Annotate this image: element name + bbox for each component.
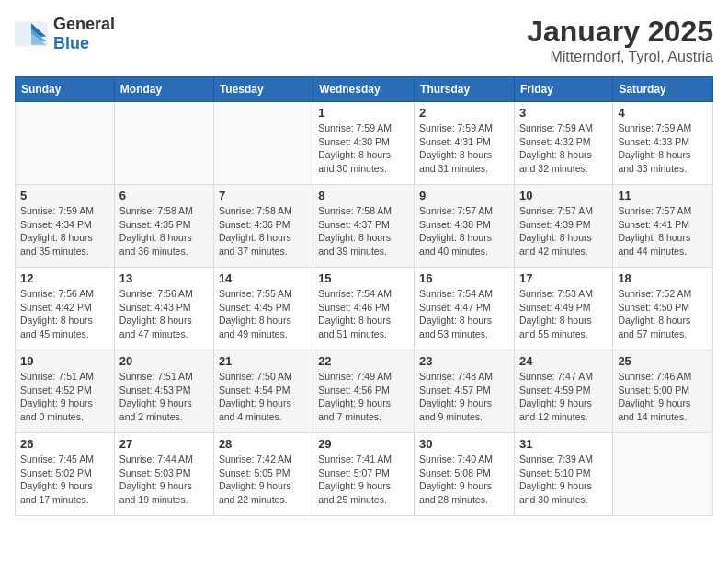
- day-info: Sunrise: 7:41 AM Sunset: 5:07 PM Dayligh…: [318, 453, 409, 507]
- calendar-cell-w1-d5: 2Sunrise: 7:59 AM Sunset: 4:31 PM Daylig…: [415, 102, 515, 185]
- day-number: 21: [219, 354, 308, 368]
- logo-text: General Blue: [53, 15, 115, 53]
- day-info: Sunrise: 7:56 AM Sunset: 4:42 PM Dayligh…: [20, 287, 109, 341]
- weekday-header-saturday: Saturday: [613, 77, 713, 102]
- week-row-1: 1Sunrise: 7:59 AM Sunset: 4:30 PM Daylig…: [16, 102, 713, 185]
- day-number: 16: [419, 271, 509, 285]
- calendar-cell-w4-d2: 20Sunrise: 7:51 AM Sunset: 4:53 PM Dayli…: [114, 350, 213, 433]
- day-number: 24: [519, 354, 608, 368]
- calendar-cell-w5-d7: [613, 433, 713, 516]
- day-number: 28: [219, 437, 308, 451]
- calendar-cell-w4-d3: 21Sunrise: 7:50 AM Sunset: 4:54 PM Dayli…: [213, 350, 313, 433]
- day-number: 30: [419, 437, 509, 451]
- day-info: Sunrise: 7:56 AM Sunset: 4:43 PM Dayligh…: [119, 287, 209, 341]
- weekday-header-wednesday: Wednesday: [313, 77, 415, 102]
- calendar-cell-w1-d2: [114, 102, 213, 185]
- calendar-cell-w2-d6: 10Sunrise: 7:57 AM Sunset: 4:39 PM Dayli…: [514, 185, 612, 268]
- calendar-cell-w4-d7: 25Sunrise: 7:46 AM Sunset: 5:00 PM Dayli…: [613, 350, 713, 433]
- calendar-cell-w1-d7: 4Sunrise: 7:59 AM Sunset: 4:33 PM Daylig…: [613, 102, 713, 185]
- day-number: 27: [119, 437, 209, 451]
- day-number: 26: [20, 437, 109, 451]
- day-info: Sunrise: 7:39 AM Sunset: 5:10 PM Dayligh…: [519, 453, 608, 507]
- day-info: Sunrise: 7:54 AM Sunset: 4:46 PM Dayligh…: [318, 287, 409, 341]
- day-number: 18: [618, 271, 708, 285]
- day-number: 12: [20, 271, 109, 285]
- calendar: SundayMondayTuesdayWednesdayThursdayFrid…: [15, 76, 713, 516]
- calendar-cell-w1-d3: [213, 102, 313, 185]
- calendar-cell-w3-d2: 13Sunrise: 7:56 AM Sunset: 4:43 PM Dayli…: [114, 268, 213, 350]
- logo: General Blue: [15, 15, 115, 53]
- week-row-3: 12Sunrise: 7:56 AM Sunset: 4:42 PM Dayli…: [16, 268, 713, 350]
- day-info: Sunrise: 7:51 AM Sunset: 4:52 PM Dayligh…: [20, 370, 109, 424]
- calendar-cell-w5-d4: 29Sunrise: 7:41 AM Sunset: 5:07 PM Dayli…: [313, 433, 415, 516]
- calendar-cell-w2-d3: 7Sunrise: 7:58 AM Sunset: 4:36 PM Daylig…: [213, 185, 313, 268]
- day-number: 31: [519, 437, 608, 451]
- day-info: Sunrise: 7:45 AM Sunset: 5:02 PM Dayligh…: [20, 453, 109, 507]
- day-number: 2: [419, 106, 509, 120]
- location: Mitterndorf, Tyrol, Austria: [527, 49, 713, 65]
- month-year: January 2025: [527, 15, 713, 49]
- day-info: Sunrise: 7:54 AM Sunset: 4:47 PM Dayligh…: [419, 287, 509, 341]
- day-number: 3: [519, 106, 608, 120]
- weekday-header-friday: Friday: [514, 77, 612, 102]
- calendar-cell-w5-d3: 28Sunrise: 7:42 AM Sunset: 5:05 PM Dayli…: [213, 433, 313, 516]
- week-row-2: 5Sunrise: 7:59 AM Sunset: 4:34 PM Daylig…: [16, 185, 713, 268]
- calendar-cell-w2-d1: 5Sunrise: 7:59 AM Sunset: 4:34 PM Daylig…: [16, 185, 115, 268]
- day-info: Sunrise: 7:53 AM Sunset: 4:49 PM Dayligh…: [519, 287, 608, 341]
- weekday-header-row: SundayMondayTuesdayWednesdayThursdayFrid…: [16, 77, 713, 102]
- day-number: 22: [318, 354, 409, 368]
- day-info: Sunrise: 7:58 AM Sunset: 4:36 PM Dayligh…: [219, 204, 308, 259]
- day-number: 14: [219, 271, 308, 285]
- weekday-header-tuesday: Tuesday: [213, 77, 313, 102]
- calendar-cell-w3-d3: 14Sunrise: 7:55 AM Sunset: 4:45 PM Dayli…: [213, 268, 313, 350]
- calendar-cell-w4-d4: 22Sunrise: 7:49 AM Sunset: 4:56 PM Dayli…: [313, 350, 415, 433]
- day-info: Sunrise: 7:57 AM Sunset: 4:39 PM Dayligh…: [519, 204, 608, 259]
- calendar-cell-w1-d1: [16, 102, 115, 185]
- day-info: Sunrise: 7:49 AM Sunset: 4:56 PM Dayligh…: [318, 370, 409, 424]
- calendar-cell-w3-d4: 15Sunrise: 7:54 AM Sunset: 4:46 PM Dayli…: [313, 268, 415, 350]
- day-number: 23: [419, 354, 509, 368]
- day-info: Sunrise: 7:46 AM Sunset: 5:00 PM Dayligh…: [618, 370, 708, 424]
- logo-blue: Blue: [53, 34, 89, 52]
- day-number: 4: [618, 106, 708, 120]
- day-number: 1: [318, 106, 409, 120]
- calendar-cell-w4-d1: 19Sunrise: 7:51 AM Sunset: 4:52 PM Dayli…: [16, 350, 115, 433]
- title-area: January 2025 Mitterndorf, Tyrol, Austria: [527, 15, 713, 65]
- day-info: Sunrise: 7:59 AM Sunset: 4:30 PM Dayligh…: [318, 121, 409, 176]
- calendar-cell-w5-d5: 30Sunrise: 7:40 AM Sunset: 5:08 PM Dayli…: [415, 433, 515, 516]
- calendar-cell-w3-d6: 17Sunrise: 7:53 AM Sunset: 4:49 PM Dayli…: [514, 268, 612, 350]
- calendar-cell-w5-d2: 27Sunrise: 7:44 AM Sunset: 5:03 PM Dayli…: [114, 433, 213, 516]
- day-number: 20: [119, 354, 209, 368]
- calendar-cell-w4-d5: 23Sunrise: 7:48 AM Sunset: 4:57 PM Dayli…: [415, 350, 515, 433]
- logo-icon: [15, 21, 48, 47]
- day-info: Sunrise: 7:59 AM Sunset: 4:31 PM Dayligh…: [419, 121, 509, 176]
- day-info: Sunrise: 7:59 AM Sunset: 4:34 PM Dayligh…: [20, 204, 109, 259]
- calendar-cell-w2-d2: 6Sunrise: 7:58 AM Sunset: 4:35 PM Daylig…: [114, 185, 213, 268]
- calendar-cell-w3-d5: 16Sunrise: 7:54 AM Sunset: 4:47 PM Dayli…: [415, 268, 515, 350]
- calendar-cell-w3-d7: 18Sunrise: 7:52 AM Sunset: 4:50 PM Dayli…: [613, 268, 713, 350]
- day-info: Sunrise: 7:57 AM Sunset: 4:41 PM Dayligh…: [618, 204, 708, 259]
- day-number: 25: [618, 354, 708, 368]
- day-number: 13: [119, 271, 209, 285]
- day-number: 15: [318, 271, 409, 285]
- calendar-cell-w3-d1: 12Sunrise: 7:56 AM Sunset: 4:42 PM Dayli…: [16, 268, 115, 350]
- day-info: Sunrise: 7:44 AM Sunset: 5:03 PM Dayligh…: [119, 453, 209, 507]
- weekday-header-sunday: Sunday: [16, 77, 115, 102]
- day-info: Sunrise: 7:51 AM Sunset: 4:53 PM Dayligh…: [119, 370, 209, 424]
- week-row-5: 26Sunrise: 7:45 AM Sunset: 5:02 PM Dayli…: [16, 433, 713, 516]
- calendar-cell-w2-d4: 8Sunrise: 7:58 AM Sunset: 4:37 PM Daylig…: [313, 185, 415, 268]
- day-number: 10: [519, 189, 608, 202]
- logo-general: General: [53, 15, 115, 33]
- day-info: Sunrise: 7:58 AM Sunset: 4:37 PM Dayligh…: [318, 204, 409, 259]
- calendar-cell-w5-d6: 31Sunrise: 7:39 AM Sunset: 5:10 PM Dayli…: [514, 433, 612, 516]
- calendar-cell-w2-d5: 9Sunrise: 7:57 AM Sunset: 4:38 PM Daylig…: [415, 185, 515, 268]
- day-number: 6: [119, 189, 209, 202]
- day-number: 7: [219, 189, 308, 202]
- day-number: 8: [318, 189, 409, 202]
- page-header: General Blue January 2025 Mitterndorf, T…: [15, 15, 713, 65]
- calendar-cell-w5-d1: 26Sunrise: 7:45 AM Sunset: 5:02 PM Dayli…: [16, 433, 115, 516]
- day-info: Sunrise: 7:59 AM Sunset: 4:32 PM Dayligh…: [519, 121, 608, 176]
- day-number: 9: [419, 189, 509, 202]
- day-number: 11: [618, 189, 708, 202]
- calendar-cell-w2-d7: 11Sunrise: 7:57 AM Sunset: 4:41 PM Dayli…: [613, 185, 713, 268]
